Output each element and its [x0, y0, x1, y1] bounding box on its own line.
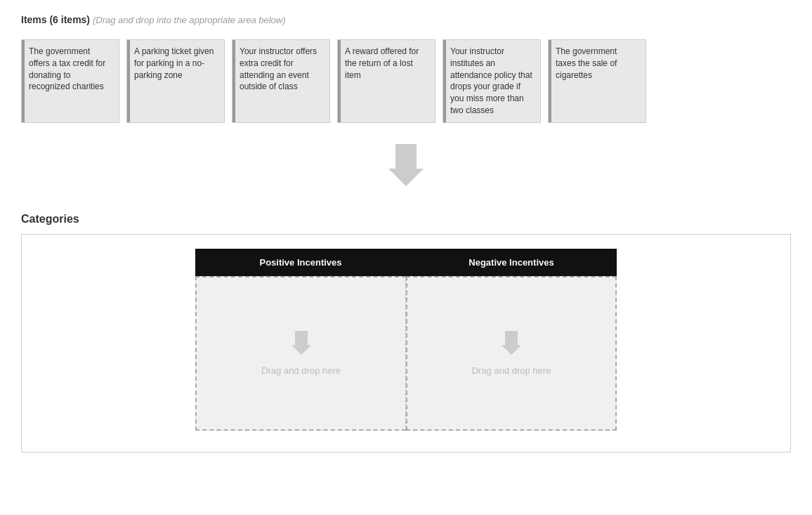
drop-zone-negative[interactable]: Drag and drop here — [406, 276, 617, 431]
categories-grid: Positive IncentivesDrag and drop hereNeg… — [50, 249, 762, 431]
category-col-positive: Positive IncentivesDrag and drop here — [195, 249, 406, 431]
drag-item[interactable]: Your instructor institutes an attendance… — [443, 39, 541, 123]
drop-arrow-icon — [292, 331, 311, 360]
category-header-negative: Negative Incentives — [406, 249, 617, 276]
svg-marker-2 — [502, 331, 521, 355]
category-col-negative: Negative IncentivesDrag and drop here — [406, 249, 617, 431]
drop-arrow-icon — [502, 331, 521, 360]
items-title: Items (6 items) — [21, 14, 90, 25]
drag-item[interactable]: The government offers a tax credit for d… — [21, 39, 119, 123]
drag-item[interactable]: Your instructor offers extra credit for … — [232, 39, 330, 123]
svg-marker-0 — [388, 144, 424, 186]
svg-marker-1 — [292, 331, 311, 355]
drop-zone-label-negative: Drag and drop here — [472, 365, 551, 376]
categories-section: Categories Positive IncentivesDrag and d… — [21, 213, 791, 452]
categories-outer: Positive IncentivesDrag and drop hereNeg… — [21, 234, 791, 452]
drop-zone-positive[interactable]: Drag and drop here — [195, 276, 406, 431]
items-container: The government offers a tax credit for d… — [21, 39, 791, 123]
category-header-positive: Positive Incentives — [195, 249, 406, 276]
items-header: Items (6 items) (Drag and drop into the … — [21, 14, 791, 25]
categories-title: Categories — [21, 213, 791, 226]
down-arrow-icon — [21, 144, 791, 192]
drag-item[interactable]: A reward offered for the return of a los… — [337, 39, 436, 123]
drop-zone-label-positive: Drag and drop here — [261, 365, 341, 376]
drag-item[interactable]: A parking ticket given for parking in a … — [126, 39, 225, 123]
drag-item[interactable]: The government taxes the sale of cigaret… — [548, 39, 646, 123]
items-instruction: (Drag and drop into the appropriate area… — [93, 15, 286, 25]
